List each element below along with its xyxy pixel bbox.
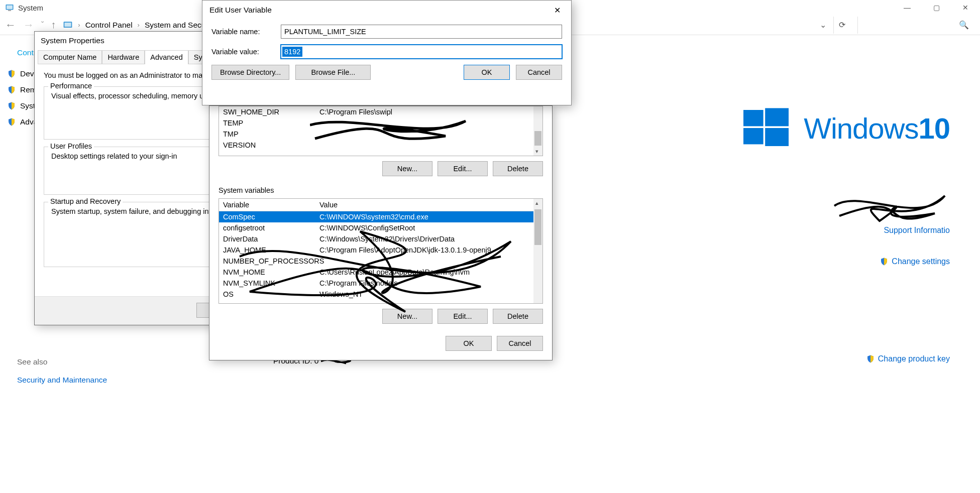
shield-icon [880,257,889,266]
ok-button[interactable]: OK [446,336,492,351]
ok-button[interactable]: OK [464,65,510,80]
chevron-right-icon: › [138,21,140,29]
tab-advanced[interactable]: Advanced [145,50,188,64]
col-variable: Variable [223,201,319,209]
windows-edition-text: Windows10 [804,111,950,145]
dialog-title: Edit User Variable [209,6,272,15]
scrollbar[interactable]: ▾ [533,106,542,156]
table-row[interactable]: TMP [219,129,542,140]
svg-rect-6 [765,108,789,126]
performance-legend: Performance [48,82,94,90]
table-row[interactable]: DriverDataC:\Windows\System32\Drivers\Dr… [219,233,542,244]
shield-icon [7,85,16,94]
delete-user-var-button[interactable]: Delete [493,161,543,176]
edit-sys-var-button[interactable]: Edit... [438,309,488,324]
browse-directory-button[interactable]: Browse Directory... [211,65,289,80]
new-user-var-button[interactable]: New... [382,161,432,176]
change-settings-label: Change settings [892,257,950,266]
svg-rect-4 [65,23,71,27]
system-variables-label: System variables [219,186,543,194]
system-variables-list[interactable]: Variable Value ComSpecC:\WINDOWS\system3… [219,198,543,304]
shield-icon [7,69,16,78]
user-profiles-legend: User Profiles [48,142,94,150]
tab-hardware[interactable]: Hardware [102,50,145,64]
environment-variables-dialog: SWI_HOME_DIRC:\Program Files\swiplTEMPTM… [209,105,553,360]
cancel-button[interactable]: Cancel [497,336,543,351]
change-product-key-link[interactable]: Change product key [866,354,950,363]
variable-value-input[interactable]: 8192 [281,45,562,59]
change-settings-link[interactable]: Change settings [880,257,950,266]
back-button[interactable]: ← [5,19,16,32]
system-icon [63,20,73,30]
system-title: System [18,4,43,12]
up-button[interactable]: ↑ [51,19,56,31]
table-row[interactable]: NVM_SYMLINKC:\Program Files\nodejs [219,278,542,289]
close-button[interactable]: ✕ [546,4,568,17]
shield-icon [7,117,16,127]
scrollbar[interactable]: ▴ [533,199,542,303]
table-row[interactable]: OSWindows_NT [219,289,542,300]
table-row[interactable]: VERSION [219,140,542,151]
close-button[interactable]: ✕ [951,0,980,15]
startup-recovery-legend: Startup and Recovery [48,197,123,205]
system-icon [5,3,14,12]
forward-button[interactable]: → [23,19,34,32]
svg-rect-5 [743,110,764,126]
table-row[interactable]: NVM_HOMEC:\Users\RuslanLopez\AppData\Roa… [219,267,542,278]
redaction-scribble [829,186,950,231]
tab-computer-name[interactable]: Computer Name [38,50,102,64]
support-info-link[interactable]: Support Informatio [884,226,950,235]
edit-user-variable-dialog: Edit User Variable ✕ Variable name: Vari… [202,0,572,105]
chevron-right-icon: › [78,21,80,29]
minimize-button[interactable]: — [893,0,922,15]
nav-arrows: ← → ˇ ↑ [5,19,56,32]
see-also-heading: See also [17,357,130,366]
browse-file-button[interactable]: Browse File... [295,65,371,80]
windows-logo-icon [743,105,789,151]
change-key-label: Change product key [878,354,950,363]
svg-rect-7 [743,128,764,144]
table-row[interactable]: JAVA_HOMEC:\Program Files\AdoptOpenJDK\j… [219,244,542,256]
table-row[interactable]: ComSpecC:\WINDOWS\system32\cmd.exe [219,211,542,222]
breadcrumb-item[interactable]: Control Panel [85,21,133,30]
edit-user-var-button[interactable]: Edit... [438,161,488,176]
new-sys-var-button[interactable]: New... [382,309,432,324]
refresh-button[interactable]: ⟳ [833,17,850,34]
shield-icon [866,354,875,363]
col-value: Value [319,201,338,209]
svg-rect-1 [7,6,13,10]
table-row[interactable]: SWI_HOME_DIRC:\Program Files\swipl [219,106,542,117]
variable-name-label: Variable name: [211,28,281,36]
user-variables-list[interactable]: SWI_HOME_DIRC:\Program Files\swiplTEMPTM… [219,106,543,156]
chevron-down-icon[interactable]: ⌄ [820,20,826,30]
table-row[interactable]: TEMP [219,117,542,129]
search-input[interactable]: 🔍 [857,17,976,34]
svg-rect-2 [8,10,11,11]
security-maintenance-link[interactable]: Security and Maintenance [17,376,130,385]
chevron-down-icon[interactable]: ˇ [41,21,44,30]
cancel-button[interactable]: Cancel [516,65,562,80]
svg-rect-8 [765,128,789,146]
shield-icon [7,101,16,110]
maximize-button[interactable]: ▢ [922,0,951,15]
delete-sys-var-button[interactable]: Delete [493,309,543,324]
window-controls: — ▢ ✕ [893,0,980,15]
table-row[interactable]: NUMBER_OF_PROCESSORS [219,256,542,267]
table-row[interactable]: configsetrootC:\WINDOWS\ConfigSetRoot [219,222,542,233]
search-icon: 🔍 [959,20,969,30]
table-header: Variable Value [219,199,542,211]
variable-name-input[interactable] [281,25,562,39]
variable-value-label: Variable value: [211,48,281,56]
